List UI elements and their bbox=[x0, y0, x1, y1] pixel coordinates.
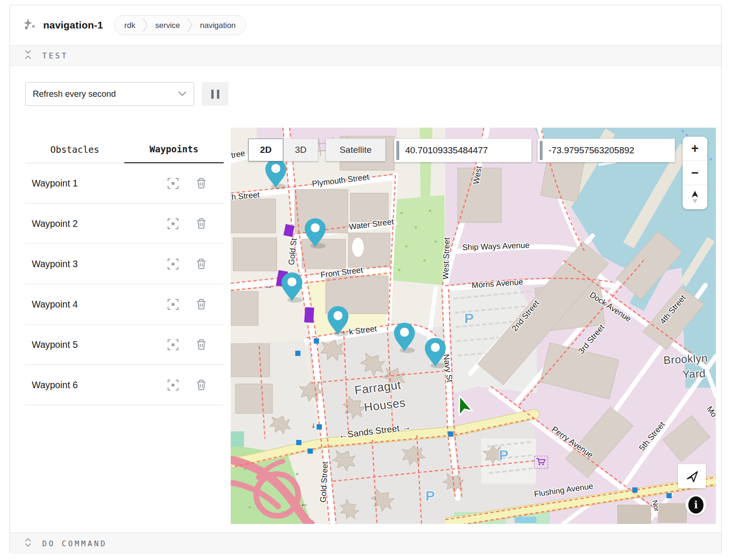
map-attribution-button[interactable]: i bbox=[685, 495, 706, 515]
delete-waypoint-button[interactable] bbox=[193, 377, 209, 393]
zoom-in-button[interactable]: + bbox=[683, 137, 707, 161]
focus-waypoint-button[interactable] bbox=[165, 296, 181, 312]
waypoint-label: Waypoint 5 bbox=[25, 339, 165, 350]
longitude-field bbox=[537, 139, 675, 162]
map-view-3d-button[interactable]: 3D bbox=[283, 139, 318, 161]
delete-waypoint-button[interactable] bbox=[193, 336, 209, 353]
card-header: navigation-1 rdk service navigation bbox=[10, 5, 721, 45]
tab-waypoints[interactable]: Waypoints bbox=[124, 136, 224, 163]
oneway-arrow: ← bbox=[300, 499, 309, 508]
oneway-arrow: ↓ bbox=[311, 421, 315, 429]
waypoint-row: Waypoint 1 bbox=[25, 163, 224, 204]
longitude-input[interactable] bbox=[543, 145, 675, 156]
do-command-label: DO COMMAND bbox=[42, 539, 107, 548]
waypoint-row: Waypoint 2 bbox=[25, 204, 224, 244]
chevron-down-icon bbox=[178, 90, 186, 98]
waypoint-row: Waypoint 4 bbox=[25, 284, 224, 325]
breadcrumb-item: service bbox=[148, 21, 188, 30]
waypoint-row: Waypoint 3 bbox=[25, 244, 224, 284]
map-view-2d-button[interactable]: 2D bbox=[248, 139, 283, 161]
zoom-out-button[interactable]: − bbox=[683, 161, 707, 185]
refresh-rate-value: Refresh every second bbox=[33, 89, 116, 99]
breadcrumb-item: rdk bbox=[117, 21, 143, 30]
test-section-bar[interactable]: TEST bbox=[10, 45, 721, 66]
expand-icon bbox=[24, 538, 32, 549]
breadcrumb-separator-icon bbox=[143, 18, 148, 32]
delete-waypoint-button[interactable] bbox=[193, 296, 209, 312]
page-title: navigation-1 bbox=[43, 19, 103, 31]
focus-waypoint-button[interactable] bbox=[165, 175, 181, 191]
place-label: Yard bbox=[682, 367, 706, 381]
do-command-section-bar[interactable]: DO COMMAND bbox=[10, 532, 721, 554]
parking-label: P bbox=[464, 310, 474, 326]
pause-refresh-button[interactable] bbox=[202, 82, 228, 106]
obstacle bbox=[304, 307, 314, 323]
compass-needle-icon bbox=[690, 190, 700, 205]
waypoint-label: Waypoint 4 bbox=[25, 299, 165, 310]
focus-waypoint-button[interactable] bbox=[165, 256, 181, 272]
refresh-rate-select[interactable]: Refresh every second bbox=[25, 82, 194, 106]
tab-obstacles[interactable]: Obstacles bbox=[25, 136, 124, 163]
place-label: Brooklyn bbox=[663, 352, 708, 366]
waypoint-list: Waypoint 1 Waypoint 2 Waypoint 3 Waypoin… bbox=[25, 163, 224, 405]
breadcrumb: rdk service navigation bbox=[114, 15, 245, 35]
map-zoom-control: + − bbox=[683, 137, 707, 209]
oneway-arrow: → bbox=[264, 281, 272, 290]
latitude-field bbox=[394, 139, 532, 162]
waypoint-label: Waypoint 3 bbox=[25, 259, 165, 270]
latitude-input[interactable] bbox=[399, 145, 531, 156]
map-canvas: Plymouth Street Water Street Front Stree… bbox=[231, 128, 716, 524]
obstacles-waypoints-tabs: Obstacles Waypoints bbox=[25, 136, 224, 163]
focus-waypoint-button[interactable] bbox=[165, 377, 181, 393]
navigation-card: navigation-1 rdk service navigation TEST… bbox=[9, 5, 722, 554]
waypoint-row: Waypoint 5 bbox=[25, 325, 224, 365]
service-sparkle-icon bbox=[22, 18, 36, 33]
navigation-map[interactable]: Plymouth Street Water Street Front Stree… bbox=[231, 128, 716, 524]
delete-waypoint-button[interactable] bbox=[193, 215, 209, 232]
info-icon: i bbox=[688, 496, 704, 513]
delete-waypoint-button[interactable] bbox=[193, 256, 209, 272]
delete-waypoint-button[interactable] bbox=[193, 175, 209, 191]
waypoint-row: Waypoint 6 bbox=[25, 365, 224, 405]
waypoints-panel: Obstacles Waypoints Waypoint 1 Waypoint … bbox=[25, 136, 224, 405]
map-view-satellite-button[interactable]: Satellite bbox=[326, 139, 385, 161]
waypoint-label: Waypoint 2 bbox=[25, 218, 165, 229]
focus-waypoint-button[interactable] bbox=[165, 336, 181, 353]
compass-reset-button[interactable] bbox=[683, 185, 707, 209]
parking-label: P bbox=[425, 488, 435, 504]
navigation-arrow-icon bbox=[685, 470, 699, 483]
navigation-panel-page: navigation-1 rdk service navigation TEST… bbox=[0, 0, 732, 560]
collapse-icon bbox=[24, 50, 32, 61]
street-label: West Street bbox=[441, 237, 451, 280]
parking-label: P bbox=[499, 447, 508, 463]
test-section-label: TEST bbox=[42, 51, 68, 60]
breadcrumb-separator-icon bbox=[188, 18, 192, 32]
locate-robot-button[interactable] bbox=[678, 464, 706, 488]
focus-waypoint-button[interactable] bbox=[165, 215, 181, 232]
breadcrumb-item: navigation bbox=[192, 21, 243, 30]
waypoint-label: Waypoint 6 bbox=[25, 380, 165, 391]
waypoint-label: Waypoint 1 bbox=[25, 178, 165, 189]
